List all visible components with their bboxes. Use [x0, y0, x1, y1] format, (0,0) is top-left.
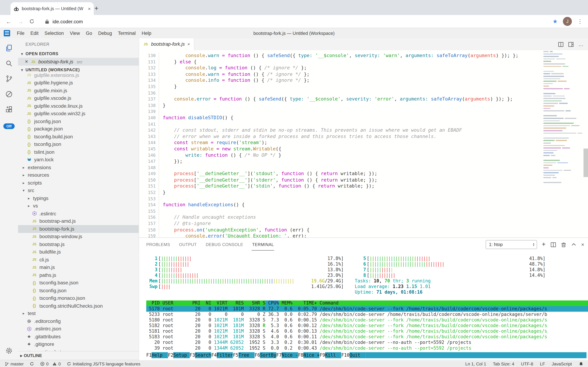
- editor-tab[interactable]: JS bootstrap-fork.js ×: [139, 38, 194, 50]
- file-item-tslint.json[interactable]: {}tslint.json: [18, 148, 139, 156]
- file-item-tsconfig.build.json[interactable]: {}tsconfig.build.json: [18, 133, 139, 141]
- open-editor-item[interactable]: ✕ JS bootstrap-fork.js src: [18, 58, 139, 66]
- menu-selection[interactable]: Selection: [41, 29, 67, 37]
- file-item-vs[interactable]: ▸vs: [18, 202, 139, 210]
- file-item-.eslintrc[interactable]: .eslintrc: [18, 210, 139, 217]
- outline-section[interactable]: ▸ OUTLINE: [18, 351, 139, 360]
- menu-file[interactable]: File: [14, 29, 27, 37]
- source-control-icon[interactable]: [5, 74, 14, 83]
- file-item-.gitattributes[interactable]: .gitattributes: [18, 333, 139, 340]
- file-item-scripts[interactable]: ▸scripts: [18, 179, 139, 187]
- language-status[interactable]: Initializing JS/TS language features: [67, 362, 140, 366]
- notifications-bell-icon[interactable]: [579, 362, 583, 367]
- file-item-typings[interactable]: ▸typings: [18, 194, 139, 202]
- file-item-paths.js[interactable]: JSpaths.js: [18, 271, 139, 279]
- file-item-tsconfig.monaco.json[interactable]: {}tsconfig.monaco.json: [18, 294, 139, 302]
- sync-button[interactable]: [30, 362, 34, 366]
- more-actions-icon[interactable]: …: [578, 41, 583, 47]
- explorer-icon[interactable]: [5, 43, 14, 52]
- file-item-tsconfig.base.json[interactable]: {}tsconfig.base.json: [18, 279, 139, 287]
- code-editor[interactable]: 130 console.warn = function () { safeSen…: [139, 50, 588, 237]
- file-item-tsconfig.strictNullChecks.json[interactable]: {}tsconfig.strictNullChecks.json: [18, 302, 139, 309]
- file-item-tsconfig.json[interactable]: {}tsconfig.json: [18, 141, 139, 148]
- reload-icon[interactable]: [29, 19, 36, 24]
- browser-tab[interactable]: bootstrap-fork.js — Untitled (W ×: [10, 2, 94, 15]
- status-javascript[interactable]: JavaScript: [552, 362, 572, 366]
- file-item-gulpfile.vscode.linux.js[interactable]: JSgulpfile.vscode.linux.js: [18, 102, 139, 110]
- terminal-select[interactable]: 1: htop ▲▼: [486, 240, 537, 249]
- file-item-.mention-bot[interactable]: ≡.mention-bot: [18, 348, 139, 351]
- file-item-cli.js[interactable]: JScli.js: [18, 256, 139, 264]
- file-item-extensions[interactable]: ▸extensions: [18, 164, 139, 171]
- split-terminal-icon[interactable]: [550, 242, 556, 247]
- file-item-gulpfile.mixin.js[interactable]: JSgulpfile.mixin.js: [18, 87, 139, 94]
- status-tab-size-4[interactable]: Tab Size: 4: [493, 362, 514, 366]
- browser-tab-strip: bootstrap-fork.js — Untitled (W × +: [0, 0, 588, 15]
- settings-gear-icon[interactable]: [5, 346, 14, 355]
- debug-icon[interactable]: [5, 90, 14, 99]
- explorer-title: EXPLORER: [18, 38, 139, 50]
- file-item-.editorconfig[interactable]: .editorconfig: [18, 317, 139, 325]
- url-bar[interactable]: ide.coder.com: [41, 18, 547, 24]
- panel-tab-problems[interactable]: PROBLEMS: [146, 239, 170, 250]
- minimap[interactable]: [543, 51, 583, 184]
- search-icon[interactable]: [5, 59, 14, 68]
- file-item-bootstrap-amd.js[interactable]: JSbootstrap-amd.js: [18, 217, 139, 225]
- file-item-.gitignore[interactable]: .gitignore: [18, 340, 139, 348]
- split-editor-icon[interactable]: [558, 42, 564, 47]
- file-item-resources[interactable]: ▸resources: [18, 171, 139, 179]
- file-item-bootstrap-window.js[interactable]: JSbootstrap-window.js: [18, 233, 139, 240]
- tab-close-icon[interactable]: ×: [88, 6, 91, 11]
- menu-debug[interactable]: Debug: [95, 29, 115, 37]
- file-item-tsconfig.json[interactable]: {}tsconfig.json: [18, 287, 139, 294]
- maximize-panel-icon[interactable]: [571, 242, 576, 247]
- forward-icon[interactable]: →: [17, 18, 24, 25]
- menu-go[interactable]: Go: [83, 29, 95, 37]
- file-item-gulpfile.vscode.win32.js[interactable]: JSgulpfile.vscode.win32.js: [18, 110, 139, 117]
- back-icon[interactable]: ←: [5, 18, 12, 25]
- status-lf[interactable]: LF: [540, 362, 545, 366]
- file-item-gulpfile.vscode.js[interactable]: JSgulpfile.vscode.js: [18, 94, 139, 102]
- code-line: 153: [139, 196, 588, 202]
- file-item-test[interactable]: ▸test: [18, 309, 139, 317]
- new-terminal-icon[interactable]: +: [542, 241, 546, 248]
- menu-edit[interactable]: Edit: [27, 29, 41, 37]
- tab-close-icon[interactable]: ×: [187, 42, 190, 47]
- file-item-bootstrap-fork.js[interactable]: JSbootstrap-fork.js: [18, 225, 139, 233]
- file-item-package.json[interactable]: {}package.json: [18, 125, 139, 133]
- layout-icon[interactable]: [568, 42, 574, 47]
- avatar[interactable]: J: [563, 17, 572, 26]
- file-item-.eslintrc.json[interactable]: .eslintrc.json: [18, 325, 139, 333]
- terminal[interactable]: 1[|||||||||||||17.8%]2[||||||||||||16.1%…: [139, 251, 588, 360]
- htop-function-keys: F1HelpF2SetupF3SearchF4FilterF5TreeF6Sor…: [146, 352, 588, 358]
- browser-menu-icon[interactable]: ⋮: [577, 18, 583, 25]
- editor-scrollbar[interactable]: [583, 149, 588, 177]
- extensions-icon[interactable]: [5, 105, 14, 114]
- file-item-gulpfile.hygiene.js[interactable]: JSgulpfile.hygiene.js: [18, 79, 139, 87]
- panel-tab-terminal[interactable]: TERMINAL: [252, 239, 274, 250]
- file-item-gulpfile.extensions.js[interactable]: JSgulpfile.extensions.js: [18, 71, 139, 79]
- panel-tab-debug-console[interactable]: DEBUG CONSOLE: [205, 239, 243, 250]
- file-item-src[interactable]: ▾src: [18, 187, 139, 194]
- status-utf-8[interactable]: UTF-8: [521, 362, 533, 366]
- file-item-main.js[interactable]: JSmain.js: [18, 264, 139, 271]
- open-editors-section[interactable]: ▾ OPEN EDITORS: [18, 50, 139, 58]
- file-item-buildfile.js[interactable]: JSbuildfile.js: [18, 248, 139, 256]
- menu-view[interactable]: View: [67, 29, 83, 37]
- git-branch-indicator[interactable]: master: [5, 362, 24, 367]
- js-file-icon: JS: [26, 88, 32, 93]
- off-badge[interactable]: Off: [3, 124, 15, 129]
- panel-tab-output[interactable]: OUTPUT: [179, 239, 197, 250]
- file-item-bootstrap.js[interactable]: JSbootstrap.js: [18, 240, 139, 248]
- close-icon[interactable]: ✕: [25, 59, 28, 64]
- new-tab-button[interactable]: +: [91, 3, 101, 13]
- bookmark-star-icon[interactable]: ★: [553, 18, 558, 25]
- close-panel-icon[interactable]: ×: [581, 242, 584, 248]
- file-item-jsconfig.json[interactable]: {}jsconfig.json: [18, 117, 139, 125]
- status-ln-1-col-1[interactable]: Ln 1, Col 1: [465, 362, 486, 366]
- file-item-yarn.lock[interactable]: yarn.lock: [18, 156, 139, 164]
- menu-help[interactable]: Help: [139, 29, 154, 37]
- problems-indicator[interactable]: 0 0: [40, 362, 61, 366]
- menu-terminal[interactable]: Terminal: [115, 29, 139, 37]
- kill-terminal-icon[interactable]: [561, 242, 566, 247]
